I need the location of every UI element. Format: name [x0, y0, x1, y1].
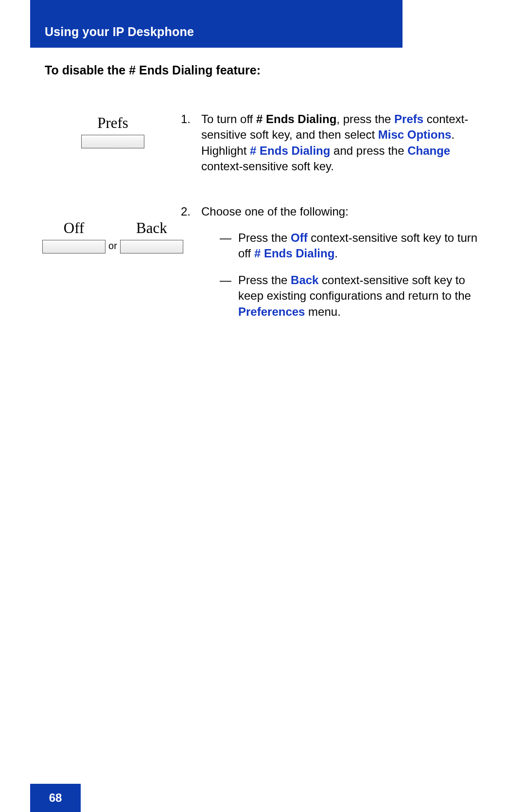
softkey-label-off: Off: [64, 219, 84, 237]
section-subtitle: To disable the # Ends Dialing feature:: [45, 63, 478, 77]
page-number-badge: 68: [30, 784, 81, 812]
softkey-button-icon: [120, 240, 183, 253]
sub-item: — Press the Off context-sensitive soft k…: [220, 230, 478, 262]
softkey-visual-off-back: Off or Back: [45, 204, 181, 253]
dash-bullet: —: [220, 230, 231, 262]
softkey-button-icon: [81, 135, 144, 148]
or-separator: or: [108, 240, 117, 252]
page-content: To disable the # Ends Dialing feature: P…: [45, 63, 478, 360]
page-number: 68: [49, 791, 62, 805]
dash-bullet: —: [220, 272, 231, 320]
step-1-text: 1. To turn off # Ends Dialing, press the…: [181, 111, 478, 175]
sub-item-text: Press the Back context-sensitive soft ke…: [238, 272, 478, 320]
softkey-button-icon: [42, 240, 105, 253]
sub-item-text: Press the Off context-sensitive soft key…: [238, 230, 478, 262]
step-number: 2.: [181, 204, 192, 330]
sub-list: — Press the Off context-sensitive soft k…: [201, 230, 478, 320]
chapter-header: Using your IP Deskphone: [30, 0, 402, 48]
step-row-1: Prefs 1. To turn off # Ends Dialing, pre…: [45, 111, 478, 175]
chapter-title: Using your IP Deskphone: [45, 25, 194, 39]
step-body: Choose one of the following: — Press the…: [201, 204, 478, 330]
step-number: 1.: [181, 111, 192, 175]
step-2-text: 2. Choose one of the following: — Press …: [181, 204, 478, 330]
softkey-visual-prefs: Prefs: [45, 111, 181, 148]
sub-item: — Press the Back context-sensitive soft …: [220, 272, 478, 320]
step-body: To turn off # Ends Dialing, press the Pr…: [201, 111, 478, 175]
step-row-2: Off or Back 2. Choose one of the followi…: [45, 204, 478, 330]
softkey-label-prefs: Prefs: [97, 114, 128, 132]
softkey-label-back: Back: [136, 219, 167, 237]
